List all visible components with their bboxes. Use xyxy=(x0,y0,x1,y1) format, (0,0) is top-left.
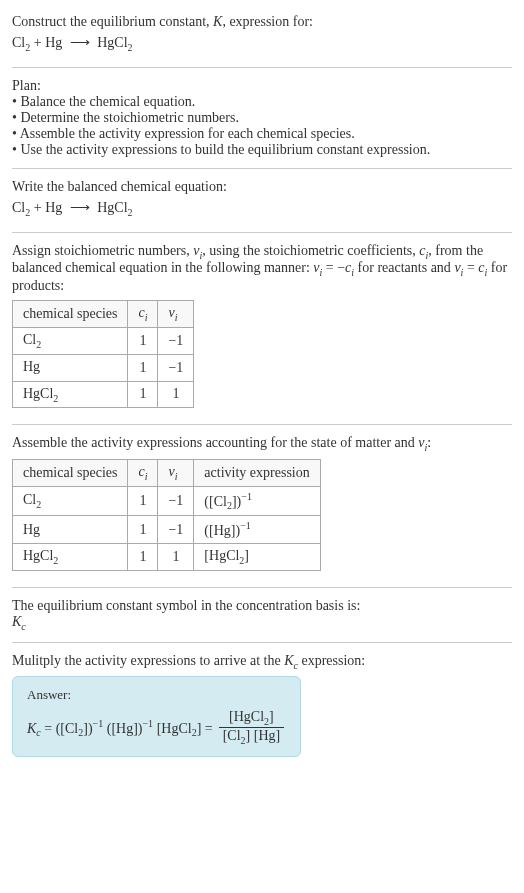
plan-bullet3: • Assemble the activity expression for e… xyxy=(12,126,512,142)
activity-section: Assemble the activity expressions accoun… xyxy=(12,429,512,583)
ans-e2: −1 xyxy=(142,718,153,729)
cell-nu: −1 xyxy=(158,327,194,354)
cell-nu: 1 xyxy=(158,381,194,408)
multiply-section: Mulitply the activity expressions to arr… xyxy=(12,647,512,763)
bal-hgcl: HgCl xyxy=(94,200,128,215)
divider xyxy=(12,424,512,425)
cell-c: 1 xyxy=(128,327,158,354)
arrow-icon: ⟶ xyxy=(70,199,90,216)
activity-intro: Assemble the activity expressions accoun… xyxy=(12,435,512,453)
header-K: K xyxy=(213,14,222,29)
cell-species: Hg xyxy=(13,354,128,381)
stoich-table: chemical species ci νi Cl2 1 −1 Hg 1 −1 … xyxy=(12,300,194,408)
col-species: chemical species xyxy=(13,460,128,487)
col-nu-sub: i xyxy=(175,471,178,482)
apo: ] xyxy=(244,548,249,563)
eq-plus: + Hg xyxy=(30,35,66,50)
table-header-row: chemical species ci νi xyxy=(13,301,194,328)
num2: ] xyxy=(269,709,274,724)
den2: ] [Hg] xyxy=(246,728,281,743)
sp: Hg xyxy=(23,359,40,374)
balanced-section: Write the balanced chemical equation: Cl… xyxy=(12,173,512,228)
act-t1: Assemble the activity expressions accoun… xyxy=(12,435,418,450)
mul-K: K xyxy=(284,653,293,668)
ans-p2: ]) xyxy=(83,720,92,735)
arrow-icon: ⟶ xyxy=(70,34,90,51)
cell-c: 1 xyxy=(128,516,158,544)
table-row: Hg 1 −1 ([Hg])−1 xyxy=(13,516,321,544)
header-equation: Cl2 + Hg ⟶ HgCl2 xyxy=(12,34,512,53)
stoich-t4: for reactants and xyxy=(354,260,454,275)
cell-c: 1 xyxy=(128,544,158,571)
cell-species: HgCl2 xyxy=(13,381,128,408)
cell-nu: −1 xyxy=(158,486,194,515)
col-activity: activity expression xyxy=(194,460,320,487)
plan-title: Plan: xyxy=(12,78,512,94)
ans-eq: = ([Cl xyxy=(41,720,78,735)
table-row: Hg 1 −1 xyxy=(13,354,194,381)
header-text: Construct the equilibrium constant, K, e… xyxy=(12,14,512,30)
divider xyxy=(12,587,512,588)
header-line1: Construct the equilibrium constant, xyxy=(12,14,213,29)
header-section: Construct the equilibrium constant, K, e… xyxy=(12,8,512,63)
cell-species: Cl2 xyxy=(13,486,128,515)
col-c: ci xyxy=(128,301,158,328)
cell-species: HgCl2 xyxy=(13,544,128,571)
cell-nu: 1 xyxy=(158,544,194,571)
cell-c: 1 xyxy=(128,486,158,515)
fraction-numerator: [HgCl2] xyxy=(219,709,285,728)
bal-cl: Cl xyxy=(12,200,25,215)
bal-sub2: 2 xyxy=(128,207,133,218)
cell-c: 1 xyxy=(128,354,158,381)
ans-K: K xyxy=(27,720,36,735)
ans-e1: −1 xyxy=(93,718,104,729)
cell-nu: −1 xyxy=(158,354,194,381)
table-row: HgCl2 1 1 xyxy=(13,381,194,408)
divider xyxy=(12,232,512,233)
cell-species: Hg xyxy=(13,516,128,544)
answer-box: Answer: Kc = ([Cl2])−1 ([Hg])−1 [HgCl2] … xyxy=(12,676,301,757)
ae: −1 xyxy=(241,491,252,502)
cell-activity: [HgCl2] xyxy=(194,544,320,571)
multiply-text: Mulitply the activity expressions to arr… xyxy=(12,653,512,671)
eq-hgcl: HgCl xyxy=(94,35,128,50)
col-species: chemical species xyxy=(13,301,128,328)
cell-species: Cl2 xyxy=(13,327,128,354)
cell-activity: ([Hg])−1 xyxy=(194,516,320,544)
col-nu-sub: i xyxy=(175,312,178,323)
symbol-kc: Kc xyxy=(12,614,512,632)
table-row: HgCl2 1 1 [HgCl2] xyxy=(13,544,321,571)
cell-nu: −1 xyxy=(158,516,194,544)
sp: Cl xyxy=(23,492,36,507)
eq-cl: Cl xyxy=(12,35,25,50)
sp-sub: 2 xyxy=(36,339,41,350)
answer-equation: Kc = ([Cl2])−1 ([Hg])−1 [HgCl2] = [HgCl2… xyxy=(27,709,286,746)
symbol-section: The equilibrium constant symbol in the c… xyxy=(12,592,512,638)
sp: HgCl xyxy=(23,386,53,401)
ans-p4: [HgCl xyxy=(153,720,192,735)
activity-table: chemical species ci νi activity expressi… xyxy=(12,459,321,571)
eq-sub2: 2 xyxy=(128,42,133,53)
divider xyxy=(12,168,512,169)
ans-left: Kc = ([Cl2])−1 ([Hg])−1 [HgCl2] = xyxy=(27,718,213,738)
table-row: Cl2 1 −1 ([Cl2])−1 xyxy=(13,486,321,515)
sp: Hg xyxy=(23,522,40,537)
col-c-sub: i xyxy=(145,471,148,482)
stoich-intro: Assign stoichiometric numbers, νi, using… xyxy=(12,243,512,295)
stoich-t2: , using the stoichiometric coefficients, xyxy=(202,243,419,258)
col-nu: νi xyxy=(158,460,194,487)
sp: HgCl xyxy=(23,548,53,563)
ap: [HgCl xyxy=(204,548,239,563)
balanced-equation: Cl2 + Hg ⟶ HgCl2 xyxy=(12,199,512,218)
stoich-eq1: = − xyxy=(322,260,345,275)
divider xyxy=(12,67,512,68)
apo: ]) xyxy=(232,494,241,509)
table-row: Cl2 1 −1 xyxy=(13,327,194,354)
sp-sub: 2 xyxy=(36,499,41,510)
plan-bullet2: • Determine the stoichiometric numbers. xyxy=(12,110,512,126)
col-nu: νi xyxy=(158,301,194,328)
plan-bullet1: • Balance the chemical equation. xyxy=(12,94,512,110)
answer-fraction: [HgCl2] [Cl2] [Hg] xyxy=(219,709,285,746)
stoich-eq2: = xyxy=(463,260,478,275)
col-c: ci xyxy=(128,460,158,487)
